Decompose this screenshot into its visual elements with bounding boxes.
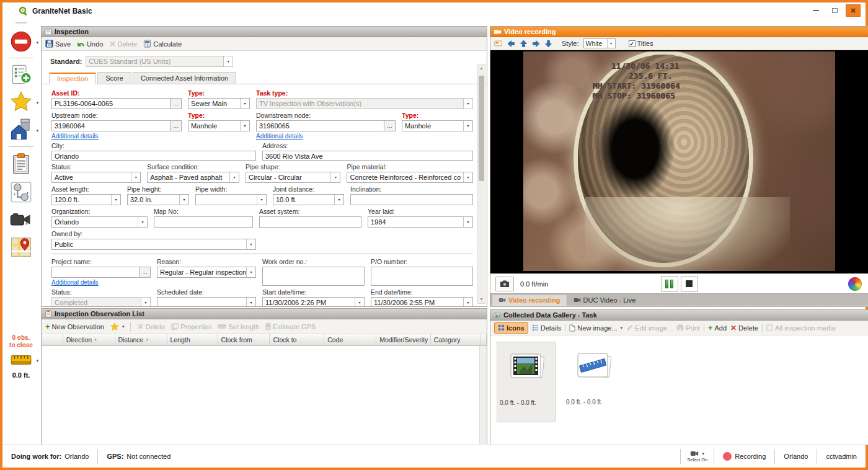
nudge-right-button[interactable] bbox=[532, 40, 540, 48]
all-inspection-media-toggle[interactable]: All inspection media bbox=[766, 324, 836, 332]
sidebar-item-new-inspection[interactable] bbox=[5, 61, 37, 88]
asset-type-select[interactable]: Sewer Main▾ bbox=[188, 98, 250, 109]
surface-condition-select[interactable]: Asphalt - Paved asphalt▾ bbox=[147, 172, 239, 183]
estimate-gps-button[interactable]: Estimate GPS bbox=[265, 322, 316, 330]
start-datetime-select[interactable]: 11/30/2006 2:26 PM▾ bbox=[262, 297, 365, 306]
nudge-left-button[interactable] bbox=[507, 40, 515, 48]
column-header-modifier-severity[interactable]: Modifier/Severity bbox=[376, 334, 431, 345]
gallery-item-measurement[interactable]: 0.0 ft. - 0.0 ft. bbox=[564, 342, 623, 422]
observation-grid-body[interactable] bbox=[42, 346, 487, 444]
sidebar-item-asset[interactable]: ▾ bbox=[5, 115, 37, 144]
sidebar-item-map[interactable] bbox=[5, 233, 37, 261]
column-header-length[interactable]: Length bbox=[167, 334, 218, 345]
color-adjust-button[interactable] bbox=[848, 277, 862, 291]
scroll-up-icon[interactable]: ▲ bbox=[478, 64, 485, 72]
column-header-clock-from[interactable]: Clock from bbox=[218, 334, 270, 345]
tab-video-recording[interactable]: Video recording bbox=[492, 294, 567, 306]
organization-select[interactable]: Orlando▾ bbox=[51, 216, 148, 228]
delete-media-button[interactable]: ✕ Delete bbox=[730, 324, 758, 332]
pipe-shape-select[interactable]: Circular - Circular▾ bbox=[246, 172, 340, 183]
downstream-additional-details-link[interactable]: Additional details bbox=[256, 133, 303, 140]
calculate-button[interactable]: Calculate bbox=[143, 40, 182, 48]
map-no-input[interactable] bbox=[154, 216, 253, 228]
chevron-down-icon[interactable]: ▾ bbox=[36, 128, 38, 133]
sidebar-item-video[interactable] bbox=[5, 206, 37, 233]
scroll-down-icon[interactable]: ▲ bbox=[478, 296, 485, 303]
upstream-type-select[interactable]: Manhole▾ bbox=[188, 120, 250, 131]
joint-distance-select[interactable]: 10.0 ft.▾ bbox=[273, 194, 344, 205]
tab-score[interactable]: Score bbox=[97, 72, 131, 84]
project-name-input[interactable] bbox=[51, 267, 140, 278]
city-input[interactable]: Orlando bbox=[51, 151, 256, 161]
pause-button[interactable] bbox=[661, 276, 678, 292]
inspection-status-select[interactable]: Completed▾ bbox=[51, 297, 151, 306]
scrollbar-thumb[interactable] bbox=[479, 76, 484, 181]
column-header-clock-to[interactable]: Clock to bbox=[270, 334, 324, 345]
nudge-up-button[interactable] bbox=[520, 40, 528, 48]
pipe-height-select[interactable]: 32.0 in.▾ bbox=[127, 194, 189, 205]
tab-connected-asset[interactable]: Connected Asset Information bbox=[133, 72, 236, 84]
style-select[interactable]: White ▾ bbox=[583, 38, 616, 48]
restore-button[interactable] bbox=[827, 4, 842, 17]
stop-button[interactable] bbox=[681, 276, 698, 292]
observation-grid-scrollbar[interactable] bbox=[479, 346, 487, 444]
inclination-input[interactable] bbox=[350, 194, 473, 205]
column-header-direction[interactable]: Direction▲ bbox=[63, 334, 115, 345]
work-order-input[interactable] bbox=[262, 267, 365, 286]
asset-id-browse-button[interactable]: … bbox=[170, 98, 182, 109]
status-select[interactable]: Active▾ bbox=[51, 172, 141, 183]
sidebar-item-stop[interactable]: ▾ bbox=[5, 28, 37, 55]
task-type-select[interactable]: TV Inspection with Observation(s)▾ bbox=[256, 98, 473, 109]
inspection-scrollbar[interactable]: ▲ ▲ bbox=[477, 64, 485, 304]
year-laid-select[interactable]: 1984▾ bbox=[368, 216, 473, 228]
properties-button[interactable]: Properties bbox=[171, 323, 211, 330]
column-header-category[interactable]: Category bbox=[431, 334, 480, 345]
downstream-node-browse-button[interactable]: … bbox=[384, 120, 396, 131]
reason-select[interactable]: Regular - Regular inspection▾ bbox=[157, 267, 256, 278]
project-additional-details-link[interactable]: Additional details bbox=[51, 279, 99, 286]
asset-system-input[interactable] bbox=[259, 216, 361, 228]
overlay-settings-button[interactable] bbox=[494, 40, 503, 47]
delete-observation-button[interactable]: ✕ Delete bbox=[137, 322, 165, 331]
tab-duc-video-live[interactable]: DUC Video - Live bbox=[567, 294, 642, 306]
sidebar-item-report[interactable] bbox=[5, 149, 37, 178]
snapshot-button[interactable] bbox=[495, 277, 514, 291]
edit-image-button[interactable]: Edit image... bbox=[626, 324, 673, 332]
sidebar-item-ruler[interactable]: ▾ bbox=[5, 349, 37, 370]
minimize-button[interactable] bbox=[808, 4, 823, 17]
chevron-down-icon[interactable]: ▾ bbox=[36, 100, 38, 105]
new-observation-button[interactable]: + New Observation bbox=[45, 322, 104, 331]
po-number-input[interactable] bbox=[371, 267, 473, 286]
set-length-button[interactable]: Set length bbox=[218, 323, 259, 330]
pipe-width-select[interactable]: ▾ bbox=[195, 194, 267, 205]
delete-button[interactable]: ✕ Delete bbox=[109, 40, 137, 48]
pipe-material-select[interactable]: Concrete Reinforced - Reinforced co▾ bbox=[347, 172, 473, 183]
gallery-item-video[interactable]: 0.0 ft. - 0.0 ft. bbox=[497, 342, 556, 422]
downstream-type-select[interactable]: Manhole▾ bbox=[402, 120, 473, 131]
address-input[interactable]: 3600 Rio Vista Ave bbox=[262, 151, 473, 161]
scheduled-date-select[interactable]: ▾ bbox=[157, 297, 256, 306]
sidebar-item-section[interactable] bbox=[5, 178, 37, 206]
downstream-node-input[interactable]: 31960065 bbox=[256, 120, 384, 131]
print-button[interactable]: Print bbox=[676, 324, 700, 332]
add-media-button[interactable]: + Add bbox=[708, 323, 727, 332]
favorite-observation-button[interactable]: ▾ bbox=[110, 322, 125, 331]
standard-select[interactable]: CUES Standard (US Units) ▾ bbox=[86, 56, 233, 67]
undo-button[interactable]: Undo bbox=[77, 40, 103, 48]
column-header-code[interactable]: Code bbox=[324, 334, 376, 345]
asset-id-input[interactable]: PL3196-0064-0065 bbox=[51, 98, 170, 109]
project-name-browse-button[interactable]: … bbox=[140, 267, 151, 278]
end-datetime-select[interactable]: 11/30/2006 2:55 PM▾ bbox=[371, 297, 473, 306]
icons-view-button[interactable]: Icons bbox=[494, 322, 528, 334]
titles-checkbox[interactable]: ✓ Titles bbox=[629, 40, 653, 47]
sidebar-item-favorites[interactable]: ▾ bbox=[5, 88, 37, 115]
upstream-node-input[interactable]: 31960064 bbox=[51, 120, 170, 131]
upstream-additional-details-link[interactable]: Additional details bbox=[51, 133, 99, 140]
save-button[interactable]: Save bbox=[45, 40, 71, 48]
chevron-down-icon[interactable]: ▾ bbox=[36, 358, 38, 363]
upstream-node-browse-button[interactable]: … bbox=[170, 120, 182, 131]
owned-by-select[interactable]: Public▾ bbox=[51, 239, 256, 250]
close-button[interactable]: ✕ bbox=[846, 4, 861, 17]
chevron-down-icon[interactable]: ▾ bbox=[36, 40, 38, 45]
details-view-button[interactable]: Details bbox=[532, 324, 562, 332]
